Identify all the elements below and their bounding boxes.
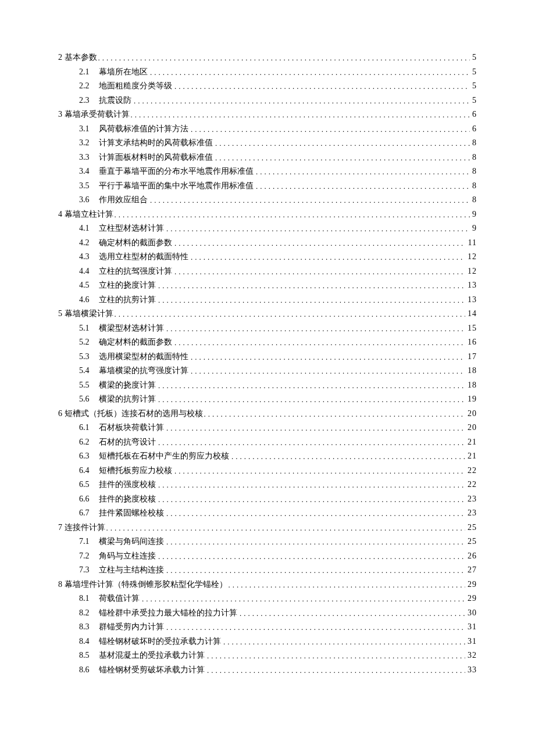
toc-entry-number: 4.6 (79, 296, 99, 304)
toc-dot-leader (231, 453, 465, 460)
toc-page-number: 5 (470, 53, 477, 62)
toc-dot-leader (158, 439, 465, 446)
toc-entry: 6.7挂件紧固螺栓校核23 (58, 509, 477, 517)
toc-entry-title: 横梁的挠度计算 (99, 381, 158, 389)
toc-entry-title: 石材的抗弯设计 (99, 438, 158, 446)
toc-entry-title: 群锚受剪内力计算 (99, 623, 166, 631)
toc-entry-title: 抗震设防 (99, 96, 134, 105)
toc-page-number: 8 (470, 153, 477, 162)
toc-section-title: 7 连接件计算 (58, 524, 106, 532)
toc-page-number: 9 (470, 224, 477, 232)
toc-entry-number: 6.3 (79, 452, 99, 460)
toc-entry: 6.5挂件的强度校核22 (58, 481, 477, 489)
toc-entry-title: 横梁与角码间连接 (99, 538, 166, 546)
toc-dot-leader (204, 410, 466, 418)
toc-entry-title: 立柱的抗驾强度计算 (99, 267, 174, 275)
toc-entry-number: 3.6 (79, 196, 99, 204)
toc-dot-leader (166, 510, 465, 517)
toc-entry-number: 8.4 (79, 637, 99, 646)
toc-entry: 5.5横梁的挠度计算18 (58, 381, 477, 389)
toc-entry-title: 锚栓群中承受拉力最大锚栓的拉力计算 (99, 609, 240, 617)
toc-dot-leader (98, 54, 470, 62)
toc-entry-number: 4.3 (79, 253, 99, 261)
toc-dot-leader (166, 624, 465, 631)
toc-entry-number: 6.6 (79, 495, 99, 503)
toc-entry-number: 6.2 (79, 438, 99, 446)
toc-entry-number: 5.3 (79, 353, 99, 361)
toc-page-number: 20 (465, 424, 477, 432)
toc-entry: 3.2计算支承结构时的风荷载标准值8 (58, 139, 477, 147)
toc-page-number: 32 (465, 651, 477, 660)
toc-entry-title: 风荷载标准值的计算方法 (99, 125, 191, 133)
toc-page-number: 29 (465, 594, 477, 603)
toc-dot-leader (174, 268, 465, 275)
toc-dot-leader (207, 652, 465, 660)
toc-page-number: 31 (465, 637, 477, 646)
toc-entry: 2.2地面粗糙度分类等级5 (58, 82, 477, 90)
toc-entry-number: 3.2 (79, 139, 99, 147)
toc-page-number: 25 (465, 524, 477, 532)
toc-dot-leader (191, 253, 465, 261)
toc-entry-number: 6.5 (79, 481, 99, 489)
toc-entry-number: 5.2 (79, 338, 99, 346)
toc-dot-leader (131, 111, 470, 119)
toc-entry-number: 3.1 (79, 125, 99, 133)
toc-entry-number: 4.1 (79, 224, 99, 232)
toc-entry-title: 垂直于幕墙平面的分布水平地震作用标准值 (99, 167, 256, 175)
toc-entry: 8.2锚栓群中承受拉力最大锚栓的拉力计算30 (58, 609, 477, 617)
toc-page-number: 5 (470, 96, 477, 105)
toc-entry-title: 幕墙横梁的抗弯强度计算 (99, 367, 191, 375)
toc-section-title: 5 幕墙横梁计算 (58, 310, 115, 318)
toc-entry-title: 立柱的挠度计算 (99, 281, 158, 289)
toc-page-number: 16 (465, 338, 477, 346)
toc-dot-leader (166, 538, 465, 546)
toc-dot-leader (256, 182, 470, 190)
toc-entry-title: 地面粗糙度分类等级 (99, 82, 174, 90)
toc-page-number: 33 (465, 666, 477, 674)
toc-page-number: 8 (470, 182, 477, 190)
toc-entry: 5.4幕墙横梁的抗弯强度计算18 (58, 367, 477, 375)
toc-entry-number: 5.5 (79, 381, 99, 389)
toc-entry: 2.1幕墙所在地区5 (58, 68, 477, 76)
toc-section-title: 4 幕墙立柱计算 (58, 210, 115, 218)
toc-entry-title: 角码与立柱连接 (99, 552, 158, 560)
toc-dot-leader (215, 154, 470, 162)
toc-entry: 7.3立柱与主结构连接27 (58, 566, 477, 574)
toc-page-number: 19 (465, 395, 477, 403)
toc-entry: 4.2确定材料的截面参数11 (58, 239, 477, 247)
toc-entry-number: 8.1 (79, 594, 99, 603)
toc-entry-number: 2.1 (79, 68, 99, 76)
toc-page-number: 9 (470, 210, 477, 218)
toc-dot-leader (240, 610, 465, 617)
toc-entry: 6.3短槽托板在石材中产生的剪应力校核21 (58, 452, 477, 460)
toc-page-number: 11 (466, 239, 477, 247)
toc-dot-leader (158, 481, 465, 489)
toc-page-number: 6 (470, 110, 477, 119)
toc-entry: 6.4短槽托板剪应力校核22 (58, 467, 477, 475)
toc-entry-title: 作用效应组合 (99, 196, 150, 204)
toc-page-number: 15 (465, 324, 477, 332)
toc-entry-title: 立柱的抗剪计算 (99, 296, 158, 304)
toc-dot-leader (158, 382, 465, 389)
toc-entry: 6.1石材板块荷载计算20 (58, 424, 477, 432)
toc-entry-title: 短槽托板剪应力校核 (99, 467, 174, 475)
toc-entry: 5.6横梁的抗剪计算19 (58, 395, 477, 403)
toc-dot-leader (115, 310, 466, 318)
toc-entry-number: 5.4 (79, 367, 99, 375)
toc-dot-leader (215, 139, 470, 147)
toc-entry-title: 挂件的挠度校核 (99, 495, 158, 503)
toc-entry: 4.1立柱型材选材计算9 (58, 224, 477, 232)
toc-dot-leader (229, 581, 466, 589)
toc-dot-leader (166, 424, 465, 432)
toc-entry: 8.3群锚受剪内力计算31 (58, 623, 477, 631)
toc-page-number: 27 (465, 566, 477, 574)
toc-entry: 5.2确定材料的截面参数16 (58, 338, 477, 346)
toc-dot-leader (158, 296, 465, 304)
toc-entry-number: 2.3 (79, 96, 99, 105)
toc-entry: 3.5平行于幕墙平面的集中水平地震作用标准值8 (58, 182, 477, 190)
toc-dot-leader (166, 325, 465, 332)
toc-entry-title: 挂件紧固螺栓校核 (99, 509, 166, 517)
toc-page-number: 13 (465, 296, 477, 304)
toc-entry-title: 立柱与主结构连接 (99, 566, 166, 574)
toc-section-title: 3 幕墙承受荷载计算 (58, 110, 131, 119)
